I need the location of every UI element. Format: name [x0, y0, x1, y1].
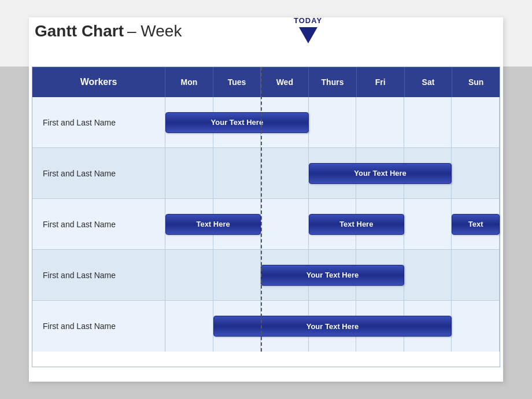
rows-container: First and Last Name Your Text Here — [32, 97, 500, 352]
task-bar: Your Text Here — [165, 112, 309, 133]
chart-inner: Workers Mon Tues Wed Thurs Fri Sat Sun F… — [32, 67, 500, 352]
day-cells: Your Text Here — [165, 250, 500, 300]
table-row: First and Last Name Your Text Here — [32, 148, 500, 199]
header-day-mon: Mon — [165, 67, 213, 97]
day-cell-sat — [404, 97, 452, 147]
today-indicator: TODAY — [294, 16, 322, 43]
day-cell-mon — [165, 301, 213, 352]
table-row: First and Last Name Text Here Text — [32, 199, 500, 250]
day-cell-mon — [165, 148, 213, 198]
task-bar: Text Here — [165, 214, 261, 235]
table-row: First and Last Name Your Text Here — [32, 301, 500, 352]
day-cells: Your Text Here — [165, 301, 500, 352]
header-day-sun: Sun — [452, 67, 500, 97]
day-cells: Your Text Here — [165, 148, 500, 198]
day-cells: Text Here Text Here Text — [165, 199, 500, 249]
day-cell-tues — [213, 250, 261, 300]
task-bar: Your Text Here — [309, 163, 452, 184]
day-cell-sat — [404, 250, 452, 300]
day-cell-fri — [356, 97, 404, 147]
header-row: Workers Mon Tues Wed Thurs Fri Sat Sun — [32, 67, 500, 97]
table-row: First and Last Name Your Text Here — [32, 250, 500, 301]
right-gray-panel — [500, 66, 532, 367]
day-cell-wed — [261, 199, 309, 249]
day-cell-sun — [452, 301, 500, 352]
worker-name: First and Last Name — [32, 199, 165, 249]
worker-name: First and Last Name — [32, 97, 165, 147]
day-cell-wed — [261, 148, 309, 198]
day-cell-tues — [213, 148, 261, 198]
today-label: TODAY — [294, 16, 322, 25]
header-day-fri: Fri — [357, 67, 405, 97]
day-cells: Your Text Here — [165, 97, 500, 147]
worker-name: First and Last Name — [32, 301, 165, 352]
day-cell-sun — [452, 97, 500, 147]
task-bar: Text Here — [309, 214, 404, 235]
header-day-tues: Tues — [213, 67, 261, 97]
title-area: Gantt Chart– Week — [35, 22, 182, 40]
day-cell-sun — [452, 250, 500, 300]
left-gray-panel — [0, 66, 32, 367]
title-week: – Week — [127, 22, 182, 40]
day-cell-sat — [404, 199, 452, 249]
title-gantt: Gantt Chart — [35, 22, 124, 40]
day-cell-sun — [452, 148, 500, 198]
today-arrow-icon — [299, 27, 317, 43]
worker-name: First and Last Name — [32, 250, 165, 300]
task-bar: Your Text Here — [213, 316, 452, 337]
gantt-chart: Workers Mon Tues Wed Thurs Fri Sat Sun F… — [32, 66, 500, 367]
task-bar: Text — [452, 214, 500, 235]
header-day-wed: Wed — [261, 67, 309, 97]
worker-name: First and Last Name — [32, 148, 165, 198]
day-cell-mon — [165, 250, 213, 300]
header-day-sat: Sat — [405, 67, 453, 97]
day-cell-thurs — [309, 97, 357, 147]
table-row: First and Last Name Your Text Here — [32, 97, 500, 148]
task-bar: Your Text Here — [261, 265, 404, 286]
header-workers: Workers — [32, 67, 165, 97]
header-day-thurs: Thurs — [309, 67, 357, 97]
